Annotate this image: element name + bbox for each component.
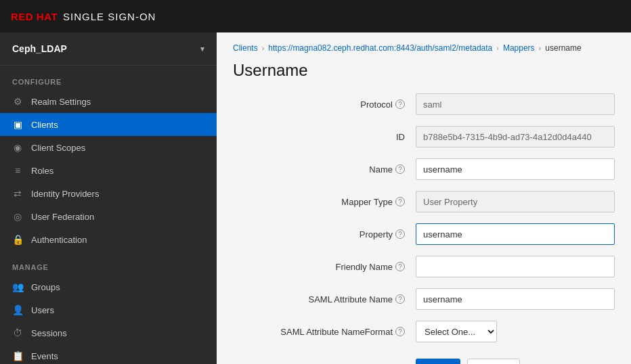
sidebar-item-label: Authentication (31, 235, 87, 245)
authentication-icon: 🔒 (12, 234, 23, 245)
property-control (416, 223, 615, 245)
friendly-name-input[interactable] (416, 256, 615, 277)
saml-attribute-nameformat-select[interactable]: Select One... Basic URI Reference Unspec… (416, 321, 497, 342)
save-button[interactable]: Save (416, 359, 460, 364)
button-row: Save Cancel (416, 353, 615, 364)
property-row: Property ? (233, 223, 615, 245)
main-layout: Ceph_LDAP ▾ Configure ⚙ Realm Settings ▣… (0, 32, 631, 364)
friendly-name-row: Friendly Name ? (233, 256, 615, 277)
breadcrumb-clients[interactable]: Clients (233, 43, 258, 53)
sidebar-item-realm-settings[interactable]: ⚙ Realm Settings (0, 90, 217, 113)
configure-section-label: Configure (0, 66, 217, 90)
events-icon: 📋 (12, 350, 23, 361)
mapper-type-control (416, 191, 615, 212)
roles-icon: ≡ (12, 165, 23, 176)
mapper-type-row: Mapper Type ? (233, 191, 615, 212)
groups-icon: 👥 (12, 281, 23, 292)
sidebar-item-label: Users (31, 305, 54, 315)
client-scopes-icon: ◉ (12, 142, 23, 153)
realm-name: Ceph_LDAP (12, 43, 67, 54)
sidebar-item-authentication[interactable]: 🔒 Authentication (0, 228, 217, 251)
app-logo: RED HAT SINGLE SIGN-ON (11, 11, 156, 22)
sessions-icon: ⏱ (12, 327, 23, 338)
sidebar-item-identity-providers[interactable]: ⇄ Identity Providers (0, 182, 217, 205)
property-help-icon[interactable]: ? (395, 229, 405, 239)
chevron-down-icon: ▾ (200, 45, 204, 53)
sidebar-item-label: Events (31, 351, 58, 361)
id-row: ID (233, 126, 615, 147)
content-area: Clients › https://magna082.ceph.redhat.c… (217, 32, 631, 364)
protocol-help-icon[interactable]: ? (395, 99, 405, 109)
name-label: Name ? (233, 164, 416, 175)
user-federation-icon: ◎ (12, 211, 23, 222)
sidebar-item-events[interactable]: 📋 Events (0, 344, 217, 364)
mapper-type-input[interactable] (416, 191, 615, 212)
breadcrumb-sep-1: › (262, 44, 265, 52)
friendly-name-help-icon[interactable]: ? (395, 262, 405, 271)
page-title: Username (217, 53, 631, 93)
logo-sso: SINGLE SIGN-ON (63, 11, 156, 22)
sidebar-item-label: Groups (31, 282, 60, 292)
clients-icon: ▣ (12, 119, 23, 130)
sidebar-item-clients[interactable]: ▣ Clients (0, 113, 217, 136)
protocol-control (416, 93, 615, 115)
saml-attribute-name-help-icon[interactable]: ? (395, 294, 405, 304)
realm-settings-icon: ⚙ (12, 96, 23, 107)
name-control (416, 158, 615, 180)
sidebar-item-label: Realm Settings (31, 97, 91, 107)
breadcrumb: Clients › https://magna082.ceph.redhat.c… (217, 32, 631, 53)
logo-redhat: RED HAT (11, 11, 58, 22)
sidebar-item-users[interactable]: 👤 Users (0, 298, 217, 321)
saml-attribute-nameformat-help-icon[interactable]: ? (395, 327, 405, 336)
sidebar-item-roles[interactable]: ≡ Roles (0, 159, 217, 182)
topbar: RED HAT SINGLE SIGN-ON (0, 0, 631, 32)
saml-attribute-name-label: SAML Attribute Name ? (233, 294, 416, 304)
sidebar-item-sessions[interactable]: ⏱ Sessions (0, 321, 217, 344)
users-icon: 👤 (12, 304, 23, 315)
sidebar-item-label: User Federation (31, 212, 94, 222)
saml-attribute-name-row: SAML Attribute Name ? (233, 288, 615, 310)
breadcrumb-metadata-url[interactable]: https://magna082.ceph.redhat.com:8443/au… (268, 43, 492, 53)
id-input[interactable] (416, 126, 615, 147)
sidebar: Ceph_LDAP ▾ Configure ⚙ Realm Settings ▣… (0, 32, 217, 364)
saml-attribute-nameformat-control: Select One... Basic URI Reference Unspec… (416, 321, 615, 342)
sidebar-item-label: Clients (31, 120, 58, 130)
id-label: ID (233, 132, 416, 142)
breadcrumb-current: username (545, 43, 581, 53)
name-row: Name ? (233, 158, 615, 180)
realm-selector[interactable]: Ceph_LDAP ▾ (0, 32, 217, 66)
sidebar-item-label: Sessions (31, 328, 67, 338)
identity-providers-icon: ⇄ (12, 188, 23, 199)
sidebar-item-label: Roles (31, 166, 53, 176)
mapper-type-label: Mapper Type ? (233, 197, 416, 207)
friendly-name-control (416, 256, 615, 277)
breadcrumb-sep-3: › (539, 44, 542, 52)
manage-section-label: Manage (0, 251, 217, 275)
breadcrumb-sep-2: › (496, 44, 499, 52)
mapper-type-help-icon[interactable]: ? (395, 197, 405, 206)
id-control (416, 126, 615, 147)
sidebar-item-groups[interactable]: 👥 Groups (0, 275, 217, 298)
property-input[interactable] (416, 223, 615, 245)
cancel-button[interactable]: Cancel (467, 359, 520, 364)
sidebar-item-label: Client Scopes (31, 143, 85, 153)
form-container: Protocol ? ID Name ? (217, 93, 631, 364)
breadcrumb-mappers[interactable]: Mappers (503, 43, 535, 53)
friendly-name-label: Friendly Name ? (233, 262, 416, 272)
saml-attribute-name-input[interactable] (416, 288, 615, 310)
sidebar-item-user-federation[interactable]: ◎ User Federation (0, 205, 217, 228)
saml-attribute-name-control (416, 288, 615, 310)
sidebar-item-label: Identity Providers (31, 189, 99, 199)
protocol-input[interactable] (416, 93, 615, 115)
name-help-icon[interactable]: ? (395, 164, 405, 174)
protocol-row: Protocol ? (233, 93, 615, 115)
saml-attribute-nameformat-label: SAML Attribute NameFormat ? (233, 327, 416, 337)
protocol-label: Protocol ? (233, 99, 416, 110)
property-label: Property ? (233, 229, 416, 240)
saml-attribute-nameformat-row: SAML Attribute NameFormat ? Select One..… (233, 321, 615, 342)
sidebar-item-client-scopes[interactable]: ◉ Client Scopes (0, 136, 217, 159)
name-input[interactable] (416, 158, 615, 180)
